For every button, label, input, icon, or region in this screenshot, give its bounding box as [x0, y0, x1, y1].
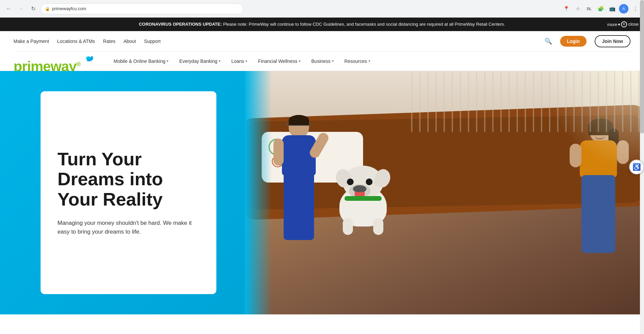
lock-icon: 🔒	[45, 6, 50, 11]
dropdown-arrow-icon: ▾	[368, 59, 370, 63]
hero-text-panel: Turn Your Dreams into Your Reality Manag…	[41, 91, 216, 294]
scrollbar[interactable]	[640, 0, 644, 314]
hero-section: Turn Your Dreams into Your Reality Manag…	[0, 71, 644, 314]
nav-loans[interactable]: Loans ▾	[226, 55, 253, 67]
main-header: Make a Payment Locations & ATMs Rates Ab…	[0, 31, 644, 71]
nav-mobile-online-banking[interactable]: Mobile & Online Banking ▾	[108, 55, 174, 67]
photo-scene	[245, 71, 644, 314]
announcement-title: CORONAVIRUS OPERATIONS UPDATE:	[139, 22, 222, 27]
image-edge-fade	[245, 71, 272, 314]
bookmark-icon[interactable]: ☆	[573, 4, 582, 14]
nav-financial-wellness[interactable]: Financial Wellness ▾	[253, 55, 306, 67]
announcement-bar: CORONAVIRUS OPERATIONS UPDATE: Please no…	[0, 18, 644, 31]
dropdown-arrow-icon: ▾	[245, 59, 247, 63]
header-bottom: primeway® Mobile & Online Banking ▾ Ever…	[14, 52, 630, 71]
profile-avatar[interactable]: A	[619, 4, 628, 14]
top-navigation: Make a Payment Locations & ATMs Rates Ab…	[14, 39, 161, 44]
scrollbar-thumb[interactable]	[640, 0, 644, 134]
hero-photo	[245, 71, 644, 314]
address-bar[interactable]: 🔒 primewayfcu.com	[41, 3, 243, 14]
dropdown-arrow-icon: ▾	[167, 59, 168, 63]
nav-business[interactable]: Business ▾	[306, 55, 339, 67]
dropdown-arrow-icon: ▾	[332, 59, 334, 63]
search-button[interactable]: 🔍	[545, 38, 552, 45]
forward-button[interactable]: →	[16, 4, 26, 14]
dropdown-arrow-icon: ▾	[219, 59, 220, 63]
cast-icon[interactable]: 📺	[607, 4, 617, 14]
logo-area: primeway®	[14, 58, 95, 64]
close-circle-icon: ✕	[621, 21, 627, 27]
hero-content: Turn Your Dreams into Your Reality Manag…	[0, 71, 644, 314]
main-navigation: Mobile & Online Banking ▾ Everyday Banki…	[108, 55, 376, 67]
svg-point-2	[91, 56, 93, 58]
locations-atms-link[interactable]: Locations & ATMs	[57, 39, 95, 44]
accessibility-icon: ♿	[633, 163, 641, 171]
back-button[interactable]: ←	[4, 4, 14, 14]
location-icon[interactable]: 📍	[562, 4, 571, 14]
menu-icon[interactable]: ⋮	[630, 4, 640, 14]
rates-link[interactable]: Rates	[103, 39, 116, 44]
browser-toolbar: 📍 ☆ DL 🧩 📺 A ⋮	[562, 4, 640, 14]
nav-everyday-banking[interactable]: Everyday Banking ▾	[174, 55, 226, 67]
extensions-icon[interactable]: 🧩	[596, 4, 605, 14]
close-button[interactable]: ✕ close	[621, 21, 639, 27]
accessibility-button[interactable]: ♿	[629, 160, 644, 174]
hero-image-area	[245, 71, 644, 314]
login-button[interactable]: Login	[560, 36, 587, 47]
url-text: primewayfcu.com	[52, 6, 86, 11]
join-now-button[interactable]: Join Now	[595, 35, 630, 47]
hero-heading: Turn Your Dreams into Your Reality	[57, 149, 199, 209]
browser-chrome: ← → ↻ 🔒 primewayfcu.com 📍 ☆ DL 🧩 📺 A ⋮	[0, 0, 644, 18]
dropdown-arrow-icon: ▾	[299, 59, 301, 63]
announcement-body: Please note: PrimeWay will continue to f…	[223, 22, 505, 27]
logo-bird-decoration	[85, 55, 95, 64]
make-payment-link[interactable]: Make a Payment	[14, 39, 49, 44]
zoom-icon[interactable]: DL	[585, 4, 594, 14]
more-button[interactable]: more ▾	[607, 22, 620, 27]
header-top: Make a Payment Locations & ATMs Rates Ab…	[14, 31, 630, 52]
hero-subtext: Managing your money shouldn't be hard. W…	[57, 219, 199, 236]
reload-button[interactable]: ↻	[28, 4, 38, 14]
nav-resources[interactable]: Resources ▾	[339, 55, 376, 67]
about-link[interactable]: About	[123, 39, 136, 44]
support-link[interactable]: Support	[144, 39, 161, 44]
